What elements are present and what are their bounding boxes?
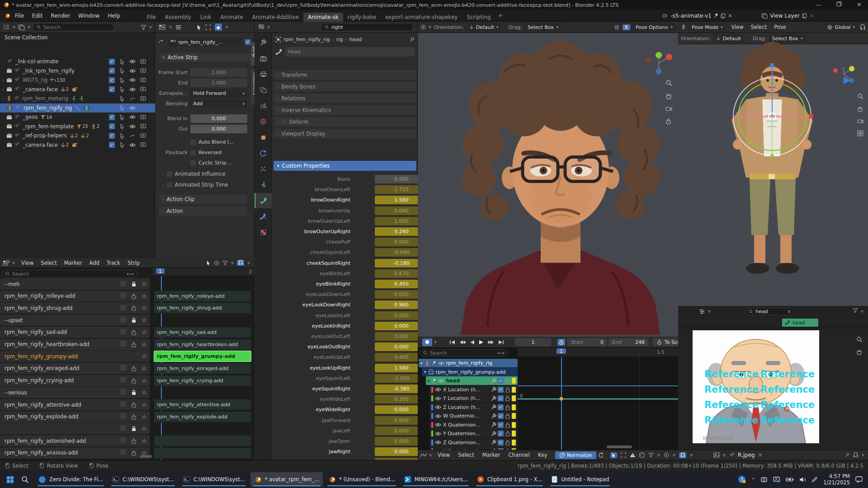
properties-editor-icon[interactable] [258,24,264,30]
field-checkbox[interactable]: Reversed [190,150,222,155]
solo-star-icon[interactable]: ☆ [142,293,147,300]
graph-editor-caret[interactable]: ▾ [429,452,432,458]
image-editor-caret[interactable]: ▾ [723,452,726,458]
workspace-tab-file[interactable]: File [142,13,160,22]
properties-tab-object[interactable] [255,130,272,145]
menu-hamburger-icon[interactable] [175,25,181,30]
properties-tab-output[interactable] [255,66,272,82]
eye-icon[interactable] [435,405,441,409]
help-tray-icon[interactable]: ? [738,475,746,483]
properties-tab-tool[interactable] [255,35,272,50]
play-button[interactable] [479,340,484,345]
taskbar-app[interactable]: C:\WINDOWS\syst... [179,472,249,487]
keyframe-block[interactable] [512,440,516,446]
lock-icon[interactable] [131,281,137,287]
auto-key-record-button[interactable] [422,338,432,346]
taskbar-app[interactable]: Zero Divide: The Fi... [35,472,107,487]
properties-tab-scene[interactable] [255,98,272,113]
snap-caret[interactable]: ▾ [690,452,693,458]
pin-icon[interactable] [845,453,849,458]
properties-tab-texture[interactable] [255,225,272,240]
current-frame-field[interactable]: 1 [515,338,551,346]
taskbar-clock[interactable]: 4:57 PM1/21/2025 [823,473,850,486]
keyframe-block[interactable] [512,431,516,436]
strip-subsection[interactable]: ›Animated Influence [162,171,226,177]
panel-header-action-clip[interactable]: ›Action Clip [159,195,247,204]
track-mute-checkbox[interactable] [120,389,126,396]
maximize-button[interactable] [836,1,842,7]
camera-view-icon[interactable] [857,118,863,124]
panel-header-inverse-kinematics[interactable]: ›Inverse Kinematics [274,105,416,115]
nla-track[interactable]: rpm_fem_rigify_sad-add☆ [0,327,150,338]
nla-editor-icon[interactable] [3,260,9,266]
properties-tab-view-layer[interactable] [255,82,272,98]
nla-track[interactable]: rpm_fem_rigify_attentive-add☆ [0,399,150,410]
menu-window[interactable]: Window [74,13,104,19]
active-strip-panel-header[interactable]: ▾Active Strip [159,53,250,62]
solo-star-icon[interactable]: ☆ [142,413,147,420]
snap-caret[interactable]: ▾ [247,260,250,266]
toggle-check-icon[interactable]: ✓ [108,122,116,131]
outliner-row[interactable]: _geos14✓ [0,113,155,122]
outliner-search-input[interactable]: Search [33,23,114,31]
nla-track[interactable]: rpm_fem_rigify_rolleye-add☆ [0,291,150,302]
breadcrumb-armature[interactable]: rig [336,37,343,42]
unlock-icon[interactable] [131,305,137,311]
strip-target-field[interactable]: rpm_fem_rigify_... [168,38,242,47]
toggle-arrow-icon[interactable] [118,141,126,150]
properties-tab-bone-constraint[interactable] [255,209,272,224]
custom-properties-header[interactable]: ▾Custom Properties [274,161,416,171]
workspace-tab-animate-additive[interactable]: Animate-Additive [248,13,303,22]
unlock-icon[interactable] [131,329,137,335]
graph-channel[interactable]: ▾rpm_fem_rigify_grumpy-add [422,368,518,376]
breadcrumb-bone[interactable]: head [349,37,362,42]
field-value[interactable]: 2.000 [190,79,247,87]
camera-view-icon[interactable] [665,106,672,112]
nla-track[interactable]: rpm_fem_rigify_grumpy-add☆ [0,351,150,362]
nla-scrollbar[interactable] [140,455,152,458]
nla-strip[interactable]: rpm_fem_rigify_grumpy-add [154,351,251,362]
menu-select[interactable]: Select [748,24,770,30]
eye-icon[interactable] [435,396,441,401]
dope-channel-head[interactable]: head [782,319,818,327]
transform-orientation-dropdown[interactable]: Global▾ [825,23,858,31]
solo-star-icon[interactable]: ☆ [142,353,147,360]
graph-scrollbar[interactable] [607,446,632,448]
unlock-icon[interactable] [131,402,137,408]
overlay-icon[interactable] [639,452,645,458]
track-mute-checkbox[interactable] [120,305,126,312]
keyframe-block[interactable] [512,413,516,419]
keying-caret[interactable]: ▾ [226,24,228,30]
lock-icon[interactable] [131,317,137,323]
select-cursor-toggle[interactable] [610,452,617,458]
box-select-icon[interactable] [621,452,626,458]
solo-star-icon[interactable]: ☆ [142,341,147,348]
eye-icon[interactable] [438,361,444,366]
mode-dropdown[interactable]: Pose Mode▾ [689,23,725,31]
nla-strip[interactable]: rpm_fem_rigify_attentive-add [154,399,251,410]
remove-view-layer-button[interactable]: × [809,13,814,19]
viewport-right[interactable]: Pose Mode▾ ViewSelectPose Global▾ Orient… [678,22,868,306]
properties-tab-particles[interactable] [255,161,272,177]
move-view-hand-icon[interactable] [857,106,863,112]
toggle-curve-icon[interactable] [128,131,137,140]
menu-edit[interactable]: Edit [28,13,47,19]
new-scene-icon[interactable] [721,13,726,19]
tray-battery-icon[interactable] [786,477,794,482]
image-link-icon[interactable] [729,453,735,458]
outliner-row[interactable]: ›_camera-face2✓ [0,85,155,94]
field-value[interactable]: 1.000 [190,68,247,77]
outliner-row[interactable]: _ref-prop-helpers22✓ [0,131,155,140]
keying-toggle[interactable]: ◆ [215,23,222,31]
field-checkbox[interactable]: Cyclic Strip ... [190,160,233,166]
zoom-icon[interactable] [857,93,863,99]
nla-strip[interactable] [154,435,251,446]
field-dropdown[interactable]: Hold Forward▾ [190,89,247,98]
keyframe-block[interactable] [512,387,516,393]
tray-pen-icon[interactable] [811,476,818,483]
taskbar-app[interactable]: Untitled - Notepad [547,472,613,487]
panel-header-deform[interactable]: ›Deform [274,117,416,127]
bone-name-field[interactable]: head [285,47,415,56]
nla-menu-select[interactable]: Select [37,260,60,266]
track-mute-checkbox[interactable] [120,401,126,408]
